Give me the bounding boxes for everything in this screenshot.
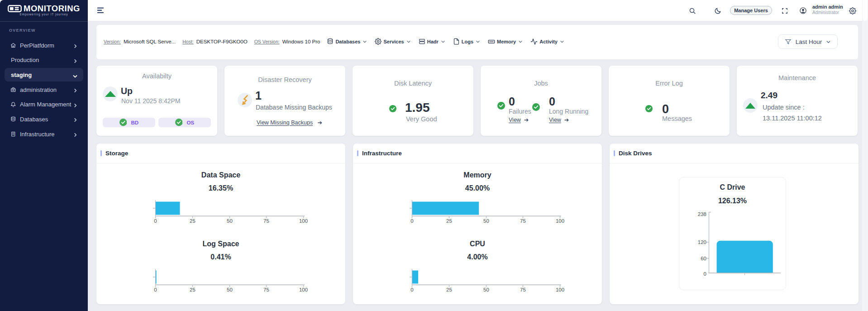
svg-text:60: 60 (701, 256, 706, 261)
svg-text:50: 50 (227, 287, 233, 292)
svg-text:0: 0 (154, 287, 157, 292)
svg-text:100: 100 (556, 218, 564, 224)
svg-text:238: 238 (698, 211, 706, 217)
svg-text:100: 100 (299, 218, 308, 224)
svg-text:120: 120 (698, 239, 706, 245)
svg-text:25: 25 (190, 218, 196, 224)
svg-text:75: 75 (520, 287, 526, 292)
svg-text:0: 0 (154, 218, 157, 224)
svg-text:100: 100 (556, 287, 564, 292)
svg-text:0: 0 (704, 271, 706, 277)
svg-text:75: 75 (263, 218, 269, 224)
svg-text:100: 100 (299, 287, 308, 292)
svg-text:50: 50 (227, 218, 233, 224)
svg-text:0: 0 (410, 218, 413, 224)
svg-text:25: 25 (190, 287, 196, 292)
svg-text:75: 75 (520, 218, 526, 224)
svg-text:50: 50 (483, 287, 489, 292)
svg-text:25: 25 (446, 218, 452, 224)
svg-text:0: 0 (410, 287, 413, 292)
svg-text:75: 75 (263, 287, 269, 292)
svg-text:50: 50 (483, 218, 489, 224)
svg-text:25: 25 (446, 287, 452, 292)
